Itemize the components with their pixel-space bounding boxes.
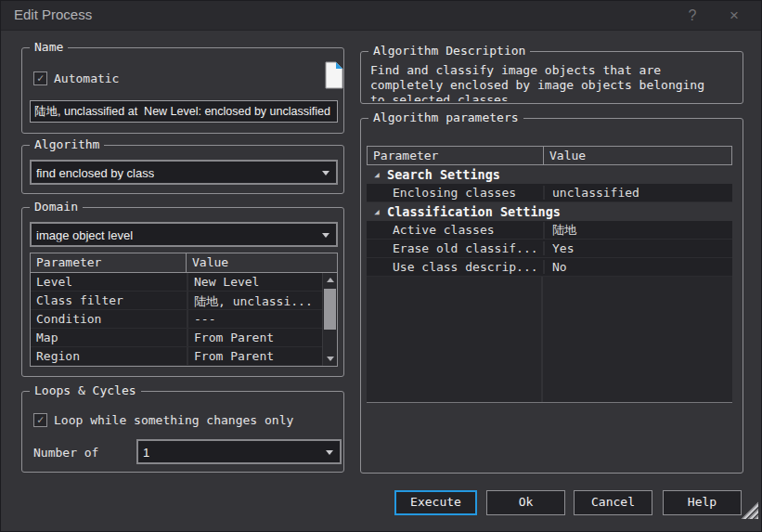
table-row[interactable]: Region From Parent	[31, 347, 337, 366]
chevron-down-icon	[322, 171, 329, 175]
param-group-row[interactable]: ◢ Classification Settings	[367, 202, 732, 221]
column-header[interactable]: Value	[187, 253, 337, 272]
name-group: Name ✓ Automatic	[21, 47, 344, 134]
cancel-button[interactable]: Cancel	[574, 490, 652, 515]
value-cell: New Level	[187, 273, 337, 291]
param-row[interactable]: Active classes 陆地	[367, 221, 732, 240]
algorithm-parameters-group: Algorithm parameters Parameter Value ◢ S…	[360, 118, 743, 474]
algorithm-select-value: find enclosed by class	[36, 165, 154, 179]
domain-group: Domain image object level Parameter Valu…	[21, 207, 344, 377]
param-row[interactable]: Enclosing classes unclassified	[367, 184, 732, 202]
execute-button[interactable]: Execute	[394, 490, 477, 515]
param-row[interactable]: Use class descrip... No	[367, 258, 732, 277]
domain-select[interactable]: image object level	[30, 222, 338, 247]
param-cell: Region	[31, 347, 187, 365]
scroll-up-icon[interactable]	[323, 273, 338, 287]
table-row[interactable]: Level New Level	[31, 273, 337, 292]
new-document-icon[interactable]	[325, 61, 343, 89]
parameters-table-empty-area	[367, 277, 732, 403]
title-bar[interactable]: Edit Process ? ×	[1, 1, 761, 31]
number-of-select[interactable]: 1	[136, 439, 342, 464]
algorithm-group: Algorithm find enclosed by class	[21, 145, 344, 194]
help-icon[interactable]: ?	[681, 5, 704, 27]
algorithm-group-label: Algorithm	[30, 137, 104, 151]
table-row[interactable]: Class filter 陆地, unclassi...	[31, 292, 337, 310]
param-cell: Map	[31, 329, 187, 346]
column-header[interactable]: Value	[544, 147, 731, 164]
value-cell: From Parent	[187, 347, 337, 365]
group-label: Classification Settings	[387, 204, 561, 219]
param-row[interactable]: Erase old classif... Yes	[367, 240, 732, 258]
expander-icon[interactable]: ◢	[367, 170, 387, 179]
domain-table-header: Parameter Value	[31, 253, 337, 273]
value-cell: 陆地	[543, 222, 732, 239]
value-cell: unclassified	[543, 186, 732, 200]
param-cell: Level	[31, 273, 187, 291]
column-header[interactable]: Parameter	[31, 253, 187, 272]
value-cell: ---	[187, 310, 337, 328]
param-cell: Erase old classif...	[367, 241, 543, 255]
help-button[interactable]: Help	[663, 490, 742, 515]
parameters-table-header: Parameter Value	[367, 146, 732, 165]
domain-table-scrollbar[interactable]	[322, 273, 337, 366]
ok-button[interactable]: Ok	[486, 490, 565, 515]
automatic-checkbox-row: ✓ Automatic	[33, 71, 119, 85]
window-title: Edit Process	[14, 6, 92, 22]
parameters-group-label: Algorithm parameters	[368, 110, 523, 124]
domain-table: Parameter Value Level New Level Class fi…	[30, 253, 338, 367]
edit-process-dialog: Edit Process ? × Name ✓ Automatic Algori…	[0, 0, 762, 532]
close-icon[interactable]: ×	[723, 5, 745, 27]
number-of-value: 1	[143, 445, 149, 459]
loops-cycles-group: Loops & Cycles ✓ Loop while something ch…	[21, 391, 344, 473]
algorithm-select[interactable]: find enclosed by class	[30, 160, 338, 185]
value-cell: Yes	[543, 241, 732, 255]
loop-checkbox-label: Loop while something changes only	[54, 413, 293, 427]
domain-select-value: image object level	[36, 227, 133, 241]
param-cell: Active classes	[367, 223, 543, 237]
description-group-label: Algorithm Description	[368, 44, 530, 58]
table-row[interactable]: Condition ---	[31, 310, 337, 329]
name-group-label: Name	[30, 40, 68, 54]
expander-icon[interactable]: ◢	[367, 207, 387, 216]
process-name-input[interactable]	[30, 100, 338, 123]
domain-group-label: Domain	[30, 200, 83, 214]
chevron-down-icon	[322, 233, 329, 238]
value-cell: From Parent	[187, 329, 337, 346]
param-cell: Class filter	[31, 292, 187, 309]
scrollbar-thumb[interactable]	[324, 289, 336, 330]
table-row[interactable]: Map From Parent	[31, 329, 337, 347]
number-of-label: Number of	[33, 446, 98, 460]
param-cell: Use class descrip...	[367, 260, 543, 274]
parameters-table: Parameter Value ◢ Search Settings Enclos…	[367, 146, 732, 403]
scroll-down-icon[interactable]	[323, 352, 338, 366]
automatic-checkbox-label: Automatic	[54, 71, 119, 85]
loop-checkbox[interactable]: ✓	[33, 413, 47, 427]
loops-group-label: Loops & Cycles	[30, 383, 141, 397]
param-cell: Condition	[31, 310, 187, 328]
column-header[interactable]: Parameter	[368, 147, 544, 164]
param-group-row[interactable]: ◢ Search Settings	[367, 165, 732, 184]
algorithm-description-group: Algorithm Description Find and classify …	[360, 51, 743, 104]
value-cell: No	[543, 260, 732, 274]
resize-grip-icon[interactable]	[741, 501, 758, 519]
algorithm-description-text: Find and classify image objects that are…	[370, 63, 720, 101]
automatic-checkbox[interactable]: ✓	[33, 71, 47, 85]
loop-checkbox-row: ✓ Loop while something changes only	[33, 413, 293, 427]
value-cell: 陆地, unclassi...	[187, 292, 337, 309]
param-cell: Enclosing classes	[367, 186, 543, 200]
chevron-down-icon	[326, 450, 333, 455]
group-label: Search Settings	[387, 167, 500, 182]
